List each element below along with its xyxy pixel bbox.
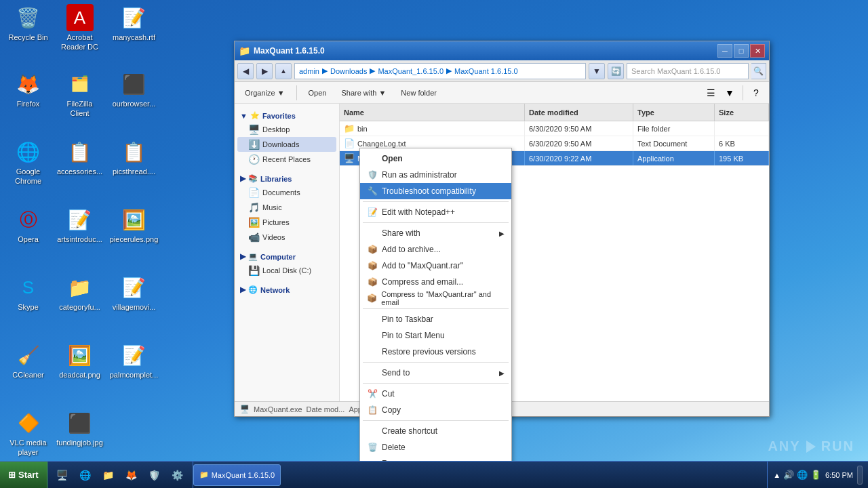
sidebar-item-recent-places[interactable]: 🕐 Recent Places (237, 152, 336, 167)
file-row-bin[interactable]: 📁 bin 6/30/2020 9:50 AM File folder (340, 121, 769, 136)
ctx-share-with[interactable]: Share with ▶ (360, 225, 511, 241)
ctx-pin-start[interactable]: Pin to Start Menu (360, 327, 511, 344)
desktop-icon-villagemovi[interactable]: 📝 villagemovi... (108, 271, 159, 314)
ctx-restore-prev-label: Restore previous versions (382, 347, 476, 357)
desktop-icon-accessories[interactable]: 📋 accessories... (54, 136, 105, 179)
ctx-copy[interactable]: 📋 Copy (360, 402, 511, 418)
ctx-pin-taskbar[interactable]: Pin to Taskbar (360, 311, 511, 327)
restore-button[interactable]: □ (734, 44, 749, 58)
network-tray-icon[interactable]: 🌐 (797, 470, 808, 480)
desktop-icon-filezilla[interactable]: 🗂️ FileZilla Client (54, 68, 105, 121)
desktop-icon-fundingjob[interactable]: ⬛ fundingjob.jpg (54, 407, 105, 450)
skype-icon: S (15, 274, 42, 301)
sidebar-item-videos[interactable]: 📹 Videos (237, 230, 336, 245)
close-button[interactable]: ✕ (750, 44, 765, 58)
taskbar-av-button[interactable]: 🛡️ (145, 466, 164, 485)
villagemovi-icon: 📝 (121, 274, 148, 301)
desktop-icon-piecerules[interactable]: 🖼️ piecerules.png (108, 203, 159, 247)
desktop-icon-deadcat[interactable]: 🖼️ deadcat.png (54, 339, 105, 382)
desktop-icon-opera[interactable]: Ⓞ Opera (3, 203, 54, 247)
sidebar-item-local-disk[interactable]: 💾 Local Disk (C:) (237, 263, 336, 278)
ctx-cut[interactable]: ✂️ Cut (360, 386, 511, 402)
share-with-button[interactable]: Share with ▼ (335, 84, 392, 102)
crumb-admin[interactable]: admin (299, 67, 319, 75)
crumb-maxquant-version[interactable]: MaxQuant 1.6.15.0 (454, 67, 518, 75)
ctx-troubleshoot[interactable]: 🔧 Troubleshoot compatibility (360, 183, 511, 199)
address-bar[interactable]: admin ▶ Downloads ▶ MaxQuant_1.6.15.0 ▶ … (294, 63, 586, 79)
desktop-icon-recycle-bin[interactable]: 🗑️ Recycle Bin (3, 1, 54, 45)
desktop-icon-skype[interactable]: S Skype (3, 271, 54, 314)
ctx-delete[interactable]: 🗑️ Delete (360, 439, 511, 455)
ctx-send-to[interactable]: Send to ▶ (360, 365, 511, 381)
taskbar-ie-button[interactable]: 🌐 (76, 466, 95, 485)
crumb-maxquant-folder[interactable]: MaxQuant_1.6.15.0 (378, 67, 443, 75)
ctx-add-rar[interactable]: 📦 Add to "MaxQuant.rar" (360, 258, 511, 274)
share-with-label: Share with (341, 89, 376, 97)
refresh-button[interactable]: 🔄 (608, 63, 624, 79)
taskbar-show-desktop-button[interactable]: 🖥️ (53, 466, 72, 485)
ctx-open[interactable]: Open (360, 150, 511, 167)
minimize-button[interactable]: ─ (717, 44, 732, 58)
ctx-restore-prev[interactable]: Restore previous versions (360, 344, 511, 360)
organize-button[interactable]: Organize ▼ (239, 84, 291, 102)
sidebar-section-favorites: ▼ ⭐ Favorites 🖥️ Desktop ⬇️ Downloads 🕐 (237, 109, 336, 167)
desktop-icon-palmcomplet[interactable]: 📝 palmcomplet... (108, 339, 159, 382)
taskbar-firefox-button[interactable]: 🦊 (122, 466, 141, 485)
desktop-icon-chrome[interactable]: 🌐 Google Chrome (3, 136, 54, 189)
ctx-run-as-admin[interactable]: 🛡️ Run as administrator (360, 167, 511, 183)
libraries-header[interactable]: ▶ 📚 Libraries (237, 172, 336, 185)
desktop-icon-ccleaner[interactable]: 🧹 CCleaner (3, 339, 54, 382)
sidebar-item-documents[interactable]: 📄 Documents (237, 185, 336, 200)
new-folder-button[interactable]: New folder (395, 84, 443, 102)
ctx-create-shortcut[interactable]: Create shortcut (360, 423, 511, 439)
file-name-changelog-text: ChangeLog.txt (357, 140, 406, 148)
ctx-add-archive[interactable]: 📦 Add to archive... (360, 241, 511, 258)
show-desktop-button[interactable] (857, 466, 863, 485)
desktop-icon-artsintroduc[interactable]: 📝 artsintroduc... (54, 203, 105, 247)
desktop-icon-firefox[interactable]: 🦊 Firefox (3, 68, 54, 111)
desktop-icon-picsthread[interactable]: 📋 picsthread.... (108, 136, 159, 179)
start-button[interactable]: ⊞ Start (0, 462, 47, 488)
network-header[interactable]: ▶ 🌐 Network (237, 283, 336, 296)
forward-button[interactable]: ▶ (256, 63, 273, 79)
sidebar-item-desktop[interactable]: 🖥️ Desktop (237, 122, 336, 137)
sidebar-item-downloads[interactable]: ⬇️ Downloads (237, 137, 336, 152)
ctx-delete-label: Delete (382, 443, 406, 452)
volume-icon[interactable]: 🔊 (783, 470, 794, 480)
sidebar-item-pictures[interactable]: 🖼️ Pictures (237, 215, 336, 230)
column-date-modified[interactable]: Date modified (525, 104, 633, 121)
ctx-edit-notepad[interactable]: 📝 Edit with Notepad++ (360, 204, 511, 220)
taskbar-folder-button[interactable]: 📁 (99, 466, 118, 485)
taskbar-control-panel-button[interactable]: ⚙️ (168, 466, 187, 485)
open-button[interactable]: Open (302, 84, 333, 102)
desktop-icon-acrobat[interactable]: A Acrobat Reader DC (54, 1, 105, 55)
ctx-cut-icon: ✂️ (367, 388, 378, 399)
tray-arrow[interactable]: ▲ (773, 471, 781, 479)
column-type[interactable]: Type (633, 104, 715, 121)
deadcat-label: deadcat.png (59, 370, 100, 380)
search-bar[interactable]: Search MaxQuant 1.6.15.0 (627, 63, 749, 79)
column-size[interactable]: Size (715, 104, 769, 121)
search-button[interactable]: 🔍 (751, 63, 766, 79)
column-name[interactable]: Name (340, 104, 525, 121)
crumb-downloads[interactable]: Downloads (330, 67, 367, 75)
system-clock[interactable]: 6:50 PM (825, 471, 853, 479)
sidebar-item-music[interactable]: 🎵 Music (237, 200, 336, 215)
taskbar-explorer-app-button[interactable]: 📁 MaxQuant 1.6.15.0 (193, 464, 281, 486)
ctx-compress-email[interactable]: 📦 Compress and email... (360, 274, 511, 290)
views-button[interactable]: ☰ (702, 85, 719, 101)
back-button[interactable]: ◀ (237, 63, 254, 79)
ctx-delete-icon: 🗑️ (367, 442, 378, 453)
help-button[interactable]: ? (747, 85, 765, 101)
address-dropdown-button[interactable]: ▼ (589, 63, 605, 79)
views-dropdown-button[interactable]: ▼ (721, 85, 738, 101)
up-button[interactable]: ▲ (275, 63, 292, 79)
desktop-icon-manycash[interactable]: 📝 manycash.rtf (108, 1, 159, 45)
favorites-header[interactable]: ▼ ⭐ Favorites (237, 109, 336, 122)
computer-header[interactable]: ▶ 💻 Computer (237, 250, 336, 263)
desktop-icon-ourbrowser[interactable]: ⬛ ourbrowser... (108, 68, 159, 111)
ctx-compress-rar-email[interactable]: 📦 Compress to "MaxQuant.rar" and email (360, 290, 511, 306)
desktop-icon-categoryfu[interactable]: 📁 categoryfu... (54, 271, 105, 314)
toolbar-separator-1 (296, 85, 297, 100)
desktop-icon-vlc[interactable]: 🔶 VLC media player (3, 407, 54, 460)
